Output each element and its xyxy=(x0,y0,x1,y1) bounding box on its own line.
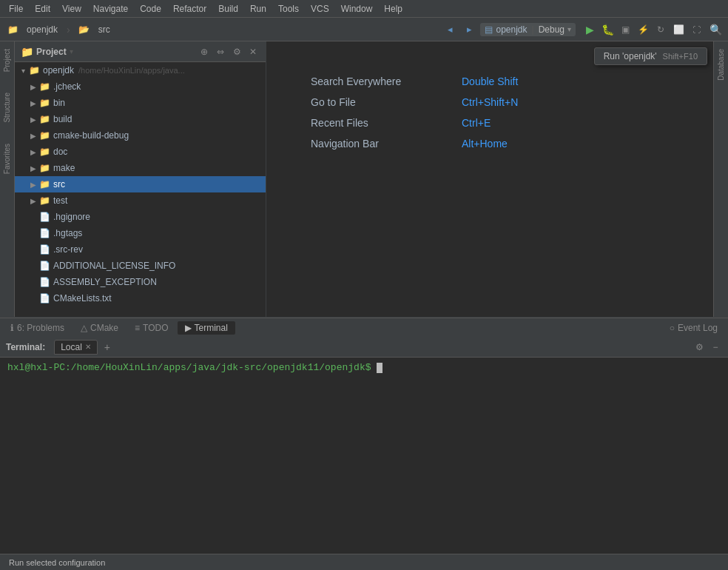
navigate-back-btn[interactable]: ◂ xyxy=(442,21,458,38)
tree-item-cmake[interactable]: ▶ 📁 cmake-build-debug xyxy=(15,127,266,144)
terminal-body[interactable]: hxl@hxl-PC:/home/HouXinLin/apps/java/jdk… xyxy=(0,358,728,554)
menu-window[interactable]: Window xyxy=(335,2,379,16)
search-everywhere-button[interactable]: 🔍 xyxy=(707,21,724,38)
cmakelists-label: CMakeLists.txt xyxy=(53,293,112,304)
qa-recent-shortcut[interactable]: Ctrl+E xyxy=(462,117,491,129)
tree-item-doc[interactable]: ▶ 📁 doc xyxy=(15,144,266,160)
license-label: ADDITIONAL_LICENSE_INFO xyxy=(53,261,175,271)
menu-edit[interactable]: Edit xyxy=(29,2,56,16)
favorites-strip-label[interactable]: Favorites xyxy=(3,144,11,174)
license-icon: 📄 xyxy=(38,260,50,272)
qa-navbar-shortcut[interactable]: Alt+Home xyxy=(462,138,508,150)
status-message: Run selected configuration xyxy=(6,558,108,567)
src-tree-label: src xyxy=(53,179,65,190)
make-label: make xyxy=(53,163,75,173)
terminal-prompt: hxl@hxl-PC:/home/HouXinLin/apps/java/jdk… xyxy=(7,362,371,373)
tree-item-bin[interactable]: ▶ 📁 bin xyxy=(15,95,266,111)
terminal-header: Terminal: Local ✕ + ⚙ − xyxy=(0,337,728,358)
terminal-add-tab-btn[interactable]: + xyxy=(101,341,114,354)
run-actions: ▶ 🐛 ▣ ⚡ ↻ ⬜ ⛶ xyxy=(582,21,704,38)
project-icon: 📁 xyxy=(4,21,21,38)
tree-root[interactable]: ▾ 📁 openjdk /home/HouXinLin/apps/java... xyxy=(15,62,266,78)
qa-row-navbar: Navigation Bar Alt+Home xyxy=(311,133,713,154)
project-name[interactable]: openjdk xyxy=(24,24,61,35)
menu-build[interactable]: Build xyxy=(212,2,244,16)
refresh-button[interactable]: ↻ xyxy=(653,21,669,38)
qa-row-recent: Recent Files Ctrl+E xyxy=(311,113,713,133)
run-config-arrow: ▾ xyxy=(567,25,571,33)
tree-item-srcrev[interactable]: 📄 .src-rev xyxy=(15,241,266,258)
qa-row-goto: Go to File Ctrl+Shift+N xyxy=(311,92,713,113)
menu-code[interactable]: Code xyxy=(134,2,167,16)
menu-tools[interactable]: Tools xyxy=(272,2,305,16)
menu-refactor[interactable]: Refactor xyxy=(167,2,212,16)
tree-item-src[interactable]: ▶ 📁 src xyxy=(15,176,266,192)
terminal-title: Terminal: xyxy=(6,342,45,352)
menu-file[interactable]: File xyxy=(3,2,29,16)
stop-button[interactable]: ⬜ xyxy=(670,21,687,38)
tree-item-jcheck[interactable]: ▶ 📁 .jcheck xyxy=(15,78,266,95)
event-log-btn[interactable]: ○ Event Log xyxy=(662,321,725,335)
terminal-local-tab[interactable]: Local ✕ xyxy=(54,340,98,355)
terminal-tab-close[interactable]: ✕ xyxy=(85,343,91,351)
srcrev-icon: 📄 xyxy=(38,244,50,255)
hgtags-label: .hgtags xyxy=(53,228,82,238)
root-folder-icon: 📁 xyxy=(28,64,40,76)
profile-button[interactable]: ⚡ xyxy=(635,21,651,38)
menu-view[interactable]: View xyxy=(56,2,87,16)
terminal-minimize-btn[interactable]: − xyxy=(709,341,722,354)
cmake-tool-label: CMake xyxy=(90,323,118,333)
database-strip-label[interactable]: Database xyxy=(717,49,725,81)
structure-strip-label[interactable]: Structure xyxy=(3,93,11,123)
tree-item-cmakelists[interactable]: 📄 CMakeLists.txt xyxy=(15,290,266,306)
tool-tab-terminal[interactable]: ▶ Terminal xyxy=(178,321,235,335)
terminal-actions: ⚙ − xyxy=(692,341,722,354)
tree-item-assembly[interactable]: 📄 ASSEMBLY_EXCEPTION xyxy=(15,274,266,290)
cmake-arrow: ▶ xyxy=(28,132,38,140)
tree-item-make[interactable]: ▶ 📁 make xyxy=(15,160,266,176)
tree-item-test[interactable]: ▶ 📁 test xyxy=(15,192,266,209)
make-arrow: ▶ xyxy=(28,164,38,172)
tree-item-build[interactable]: ▶ 📁 build xyxy=(15,111,266,127)
terminal-settings-btn[interactable]: ⚙ xyxy=(692,341,706,354)
srcrev-label: .src-rev xyxy=(53,244,83,255)
run-button[interactable]: ▶ xyxy=(582,21,598,38)
right-sidebar-strip: Database xyxy=(713,41,728,317)
doc-label: doc xyxy=(53,147,67,157)
tool-tab-todo[interactable]: ≡ TODO xyxy=(127,321,175,335)
project-strip-label[interactable]: Project xyxy=(3,49,11,72)
root-label: openjdk xyxy=(43,65,74,76)
menu-vcs[interactable]: VCS xyxy=(305,2,335,16)
quick-actions-panel: Search Everywhere Double Shift Go to Fil… xyxy=(266,41,713,317)
menu-navigate[interactable]: Navigate xyxy=(87,2,134,16)
run-tooltip: Run 'openjdk' Shift+F10 xyxy=(594,47,707,65)
tool-tab-problems[interactable]: ℹ 6: Problems xyxy=(3,321,72,335)
breadcrumb-folder[interactable]: src xyxy=(95,24,113,35)
cmake-tool-icon: △ xyxy=(81,323,87,333)
assembly-label: ASSEMBLY_EXCEPTION xyxy=(53,277,157,287)
tree-item-hgignore[interactable]: 📄 .hgignore xyxy=(15,209,266,225)
tree-item-license[interactable]: 📄 ADDITIONAL_LICENSE_INFO xyxy=(15,258,266,274)
project-locate-btn[interactable]: ⊕ xyxy=(198,45,211,58)
coverage-button[interactable]: ▣ xyxy=(617,21,633,38)
fullscreen-button[interactable]: ⛶ xyxy=(688,21,704,38)
project-close-btn[interactable]: ✕ xyxy=(246,45,260,58)
menu-run[interactable]: Run xyxy=(244,2,272,16)
navigate-forward-btn[interactable]: ▸ xyxy=(461,21,477,38)
menu-help[interactable]: Help xyxy=(378,2,408,16)
qa-goto-shortcut[interactable]: Ctrl+Shift+N xyxy=(462,96,518,108)
tool-tab-cmake[interactable]: △ CMake xyxy=(73,321,126,335)
jcheck-arrow: ▶ xyxy=(28,83,38,91)
qa-search-shortcut[interactable]: Double Shift xyxy=(462,76,518,87)
tree-item-hgtags[interactable]: 📄 .hgtags xyxy=(15,225,266,241)
run-config-selector[interactable]: ▤ openjdk | Debug ▾ xyxy=(480,23,576,36)
test-icon: 📁 xyxy=(38,195,50,207)
root-arrow: ▾ xyxy=(18,67,28,75)
debug-button[interactable]: 🐛 xyxy=(599,21,616,38)
left-sidebar-strip: Project Structure Favorites xyxy=(0,41,15,317)
project-settings-btn[interactable]: ⚙ xyxy=(230,45,243,58)
project-scroll-btn[interactable]: ⇔ xyxy=(214,45,227,58)
bottom-area: ℹ 6: Problems △ CMake ≡ TODO ▶ Terminal … xyxy=(0,317,728,554)
event-log-icon: ○ xyxy=(670,323,675,333)
file-tree: ▾ 📁 openjdk /home/HouXinLin/apps/java...… xyxy=(15,62,266,317)
